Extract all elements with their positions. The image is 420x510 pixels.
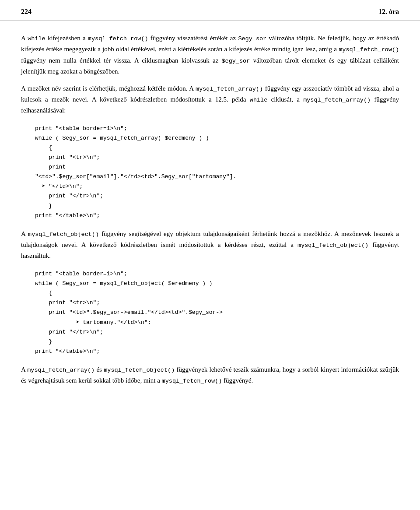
inline-code: while (28, 35, 46, 42)
inline-code: mysql_fetch_object() (104, 367, 175, 373)
inline-code: mysql_fetch_object() (298, 242, 368, 249)
paragraph-2: A mezőket név szerint is elérhetjük, még… (21, 83, 399, 116)
inline-code: mysql_fetch_row() (88, 35, 148, 42)
page-number: 224 (21, 8, 32, 16)
code-text: <table border=1>\n"; (59, 125, 127, 132)
inline-code: while (250, 97, 268, 103)
code-block-2: print "<table border=1>\n"; while ( $egy… (35, 269, 399, 356)
page-content: A while kifejezésben a mysql_fetch_row()… (0, 33, 420, 410)
page-container: 224 12. óra A while kifejezésben a mysql… (0, 0, 420, 510)
paragraph-3: A mysql_fetch_object() függvény segítség… (21, 229, 399, 261)
inline-code: mysql_fetch_row() (339, 46, 399, 53)
inline-code: $egy_sor (238, 35, 266, 42)
inline-code: mysql_fetch_array() (196, 86, 263, 92)
chapter-title: 12. óra (378, 8, 399, 16)
code-block-1: print "<table border=1>\n"; while ( $egy… (35, 124, 399, 221)
inline-code: mysql_fetch_row() (162, 378, 222, 384)
inline-code: mysql_fetch_array() (27, 367, 94, 373)
inline-code: mysql_fetch_array() (303, 97, 371, 103)
paragraph-4: A mysql_fetch_array() és mysql_fetch_obj… (21, 364, 399, 387)
inline-code: $egy_sor (221, 58, 250, 64)
inline-code: mysql_fetch_object() (28, 231, 99, 238)
page-header: 224 12. óra (0, 0, 420, 21)
paragraph-1: A while kifejezésben a mysql_fetch_row()… (21, 33, 399, 77)
